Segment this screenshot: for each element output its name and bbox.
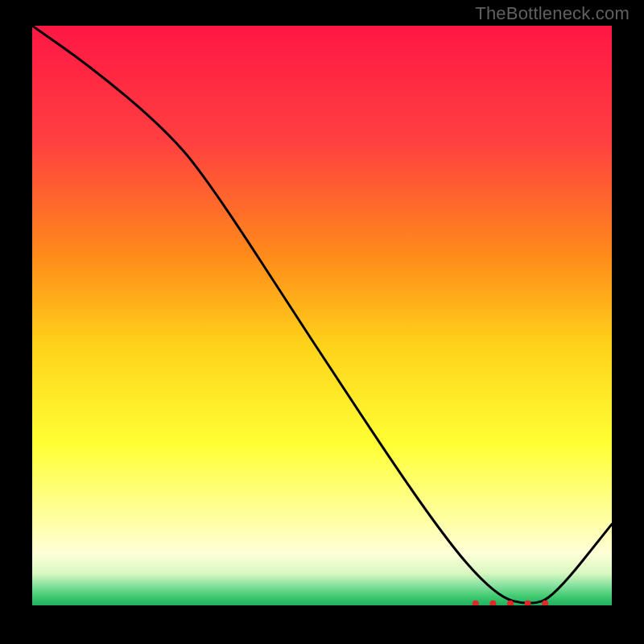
watermark-text: TheBottleneck.com [475,3,630,24]
plot-area [32,26,612,605]
gradient-background [32,26,612,605]
chart-svg [32,26,612,605]
chart-stage: TheBottleneck.com [0,0,644,644]
